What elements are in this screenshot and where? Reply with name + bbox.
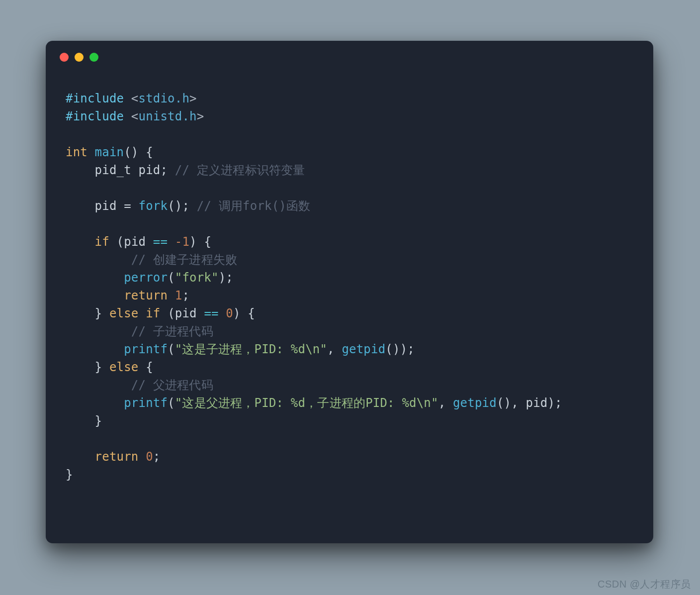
indent bbox=[66, 396, 124, 410]
str-parent: "这是父进程，PID: %d，子进程的PID: %d\n" bbox=[175, 396, 438, 410]
pid-assign: pid = bbox=[95, 199, 139, 213]
if-close: ) { bbox=[189, 235, 211, 249]
indent bbox=[66, 450, 95, 464]
main-brace: { bbox=[139, 145, 153, 159]
angle-open-1: < bbox=[124, 92, 138, 105]
kw-elseif-if: if bbox=[139, 306, 161, 320]
comment-slash: // bbox=[124, 324, 153, 338]
space bbox=[88, 145, 95, 159]
fn-getpid: getpid bbox=[342, 342, 385, 356]
fn-printf: printf bbox=[124, 396, 168, 410]
directive-include1: #include bbox=[66, 92, 124, 105]
space bbox=[139, 450, 146, 464]
zoom-icon[interactable] bbox=[89, 53, 98, 62]
kw-else: else bbox=[109, 306, 139, 320]
comment-parent: 父进程代码 bbox=[153, 378, 213, 392]
semi: ; bbox=[160, 163, 168, 177]
indent bbox=[66, 378, 124, 392]
fn-fork: fork bbox=[139, 199, 168, 213]
op-eq: == bbox=[146, 235, 175, 249]
comma: , bbox=[438, 396, 453, 410]
angle-close-1: > bbox=[189, 92, 197, 105]
watermark-text: CSDN @人才程序员 bbox=[598, 578, 691, 591]
fn-main: main bbox=[95, 145, 124, 159]
kw-int: int bbox=[66, 145, 88, 159]
perror-open: ( bbox=[168, 271, 175, 285]
printf-close: ); bbox=[547, 396, 562, 410]
fn-printf: printf bbox=[124, 342, 168, 356]
space bbox=[131, 163, 139, 177]
id-pid: pid bbox=[124, 235, 146, 249]
id-pid: pid bbox=[139, 163, 161, 177]
comma: , bbox=[327, 342, 342, 356]
window-controls bbox=[60, 53, 98, 62]
final-close-brace: } bbox=[66, 468, 73, 482]
elseif-close: ) { bbox=[233, 306, 255, 320]
indent bbox=[66, 342, 124, 356]
comment-child: 子进程代码 bbox=[153, 324, 213, 338]
indent bbox=[66, 414, 95, 428]
else-brace: { bbox=[139, 360, 153, 374]
indent bbox=[66, 360, 95, 374]
main-parens: () bbox=[124, 145, 138, 159]
kw-else: else bbox=[109, 360, 139, 374]
indent bbox=[66, 235, 95, 249]
comment-slash: // bbox=[168, 163, 197, 177]
comment-def: 定义进程标识符变量 bbox=[197, 163, 305, 177]
angle-open-2: < bbox=[124, 109, 138, 123]
fn-getpid: getpid bbox=[453, 396, 497, 410]
header-unistd: unistd.h bbox=[139, 109, 197, 123]
semi: ; bbox=[182, 289, 189, 302]
indent bbox=[66, 324, 124, 338]
fork-call: (); bbox=[168, 199, 189, 213]
directive-include2: #include bbox=[66, 109, 124, 123]
close-else: } bbox=[95, 360, 109, 374]
kw-return: return bbox=[95, 450, 139, 464]
printf-open: ( bbox=[168, 342, 175, 356]
num-neg1: -1 bbox=[175, 235, 189, 249]
indent bbox=[66, 163, 95, 177]
indent bbox=[66, 271, 124, 285]
indent bbox=[66, 289, 124, 302]
perror-close: ); bbox=[219, 271, 233, 285]
comment-fork: 调用fork()函数 bbox=[219, 199, 311, 213]
printf-close: ); bbox=[400, 342, 415, 356]
comment-slash: // bbox=[124, 378, 153, 392]
comma: , bbox=[511, 396, 525, 410]
num-0: 0 bbox=[146, 450, 153, 464]
fn-perror: perror bbox=[124, 271, 168, 285]
elseif-open: ( bbox=[160, 306, 175, 320]
kw-if: if bbox=[95, 235, 109, 249]
printf-open: ( bbox=[168, 396, 175, 410]
space bbox=[168, 289, 175, 302]
close-brace: } bbox=[95, 414, 102, 428]
header-stdio: stdio.h bbox=[139, 92, 190, 105]
indent bbox=[66, 253, 124, 267]
minimize-icon[interactable] bbox=[75, 53, 84, 62]
str-fork: "fork" bbox=[175, 271, 219, 285]
kw-return: return bbox=[124, 289, 168, 302]
getpid-call: () bbox=[385, 342, 400, 356]
comment-fail: 创建子进程失败 bbox=[153, 253, 237, 267]
num-0: 0 bbox=[226, 306, 233, 320]
indent bbox=[66, 306, 95, 320]
comment-slash: // bbox=[124, 253, 153, 267]
num-1: 1 bbox=[175, 289, 182, 302]
semi: ; bbox=[153, 450, 161, 464]
id-pid: pid bbox=[526, 396, 548, 410]
code-window: #include <stdio.h> #include <unistd.h> i… bbox=[46, 41, 653, 543]
getpid-call: () bbox=[497, 396, 511, 410]
comment-slash: // bbox=[189, 199, 219, 213]
op-eq: == bbox=[197, 306, 226, 320]
angle-close-2: > bbox=[197, 109, 204, 123]
code-block: #include <stdio.h> #include <unistd.h> i… bbox=[66, 90, 562, 484]
type-pid_t: pid_t bbox=[95, 163, 131, 177]
close-else-if: } bbox=[95, 306, 109, 320]
str-child: "这是子进程，PID: %d\n" bbox=[175, 342, 327, 356]
if-open: ( bbox=[109, 235, 124, 249]
id-pid: pid bbox=[175, 306, 197, 320]
close-icon[interactable] bbox=[60, 53, 69, 62]
indent bbox=[66, 199, 95, 213]
